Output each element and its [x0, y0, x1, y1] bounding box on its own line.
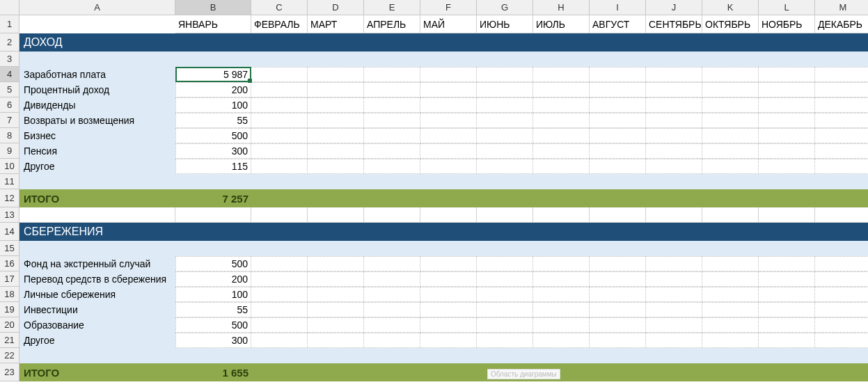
month-10[interactable]: ОКТЯБРЬ — [702, 15, 759, 33]
cell-G9[interactable] — [477, 143, 533, 159]
cell-J13[interactable] — [646, 207, 702, 223]
row-header-17[interactable]: 17 — [0, 271, 19, 287]
income-label-2[interactable]: Дивиденды — [19, 97, 175, 113]
cell-L6[interactable] — [759, 97, 815, 113]
row-header-5[interactable]: 5 — [0, 82, 19, 97]
cell-K17[interactable] — [702, 271, 759, 287]
cell-F18[interactable] — [420, 287, 477, 302]
cell-K8[interactable] — [702, 128, 759, 143]
cell-K7[interactable] — [702, 113, 759, 128]
cell-C10[interactable] — [251, 159, 308, 174]
row-header-14[interactable]: 14 — [0, 223, 19, 241]
cell-E4[interactable] — [364, 67, 420, 82]
cell-K18[interactable] — [702, 287, 759, 302]
row-header-9[interactable]: 9 — [0, 143, 19, 159]
cell-B13[interactable] — [175, 207, 251, 223]
col-header-F[interactable]: F — [420, 0, 477, 15]
cell-K21[interactable] — [702, 333, 759, 348]
cell-H8[interactable] — [533, 128, 590, 143]
cell-I5[interactable] — [590, 82, 646, 97]
cell-K13[interactable] — [702, 207, 759, 223]
cell-I18[interactable] — [590, 287, 646, 302]
cell-K12[interactable] — [702, 189, 759, 207]
cell-E13[interactable] — [364, 207, 420, 223]
month-8[interactable]: АВГУСТ — [590, 15, 646, 33]
cell-I12[interactable] — [590, 189, 646, 207]
cell-E10[interactable] — [364, 159, 420, 174]
cell-M6[interactable] — [815, 97, 868, 113]
cell-K16[interactable] — [702, 256, 759, 271]
cell-F20[interactable] — [420, 317, 477, 333]
cell-C6[interactable] — [251, 97, 308, 113]
cell-M5[interactable] — [815, 82, 868, 97]
section-header-savings[interactable]: СБЕРЕЖЕНИЯ — [19, 223, 868, 241]
cell-H12[interactable] — [533, 189, 590, 207]
savings-jan-3[interactable]: 55 — [175, 302, 251, 317]
pale-row-22[interactable] — [19, 348, 868, 363]
cell-F13[interactable] — [420, 207, 477, 223]
cell-E8[interactable] — [364, 128, 420, 143]
income-label-0[interactable]: Заработная плата — [19, 67, 175, 82]
cell-F5[interactable] — [420, 82, 477, 97]
pale-row-11[interactable] — [19, 174, 868, 189]
cell-D12[interactable] — [308, 189, 364, 207]
cell-D23[interactable] — [308, 363, 364, 381]
cell-F6[interactable] — [420, 97, 477, 113]
cell-L5[interactable] — [759, 82, 815, 97]
cell-M9[interactable] — [815, 143, 868, 159]
cell-G19[interactable] — [477, 302, 533, 317]
row-header-4[interactable]: 4 — [0, 67, 19, 82]
cell-I10[interactable] — [590, 159, 646, 174]
month-4[interactable]: АПРЕЛЬ — [364, 15, 420, 33]
savings-jan-4[interactable]: 500 — [175, 317, 251, 333]
cell-G8[interactable] — [477, 128, 533, 143]
cell-J12[interactable] — [646, 189, 702, 207]
cell-F19[interactable] — [420, 302, 477, 317]
cell-D17[interactable] — [308, 271, 364, 287]
cell-K20[interactable] — [702, 317, 759, 333]
month-1[interactable]: ЯНВАРЬ — [175, 15, 251, 33]
row-header-13[interactable]: 13 — [0, 207, 19, 223]
cell-C17[interactable] — [251, 271, 308, 287]
savings-jan-2[interactable]: 100 — [175, 287, 251, 302]
cell-H9[interactable] — [533, 143, 590, 159]
cell-L12[interactable] — [759, 189, 815, 207]
income-jan-1[interactable]: 200 — [175, 82, 251, 97]
col-header-C[interactable]: C — [251, 0, 308, 15]
cell-D9[interactable] — [308, 143, 364, 159]
cell-C5[interactable] — [251, 82, 308, 97]
cell-L17[interactable] — [759, 271, 815, 287]
cell-F9[interactable] — [420, 143, 477, 159]
month-12[interactable]: ДЕКАБРЬ — [815, 15, 868, 33]
cell-M21[interactable] — [815, 333, 868, 348]
row-header-2[interactable]: 2 — [0, 33, 19, 52]
cell-I4[interactable] — [590, 67, 646, 82]
cell-M10[interactable] — [815, 159, 868, 174]
month-2[interactable]: ФЕВРАЛЬ — [251, 15, 308, 33]
month-5[interactable]: МАЙ — [420, 15, 477, 33]
row-header-23[interactable]: 23 — [0, 363, 19, 381]
cell-H21[interactable] — [533, 333, 590, 348]
cell-H7[interactable] — [533, 113, 590, 128]
col-header-H[interactable]: H — [533, 0, 590, 15]
cell-C4[interactable] — [251, 67, 308, 82]
cell-L4[interactable] — [759, 67, 815, 82]
select-all-corner[interactable] — [0, 0, 19, 15]
cell-F12[interactable] — [420, 189, 477, 207]
cell-I6[interactable] — [590, 97, 646, 113]
cell-G21[interactable] — [477, 333, 533, 348]
income-label-6[interactable]: Другое — [19, 159, 175, 174]
col-header-K[interactable]: K — [702, 0, 759, 15]
cell-H19[interactable] — [533, 302, 590, 317]
row-header-18[interactable]: 18 — [0, 287, 19, 302]
row-header-8[interactable]: 8 — [0, 128, 19, 143]
cell-H13[interactable] — [533, 207, 590, 223]
row-header-21[interactable]: 21 — [0, 333, 19, 348]
cell-G17[interactable] — [477, 271, 533, 287]
cell-L23[interactable] — [759, 363, 815, 381]
cell-G20[interactable] — [477, 317, 533, 333]
cell-K6[interactable] — [702, 97, 759, 113]
cell-E7[interactable] — [364, 113, 420, 128]
cell-E23[interactable] — [364, 363, 420, 381]
income-total-value[interactable]: 7 257 — [175, 189, 251, 207]
